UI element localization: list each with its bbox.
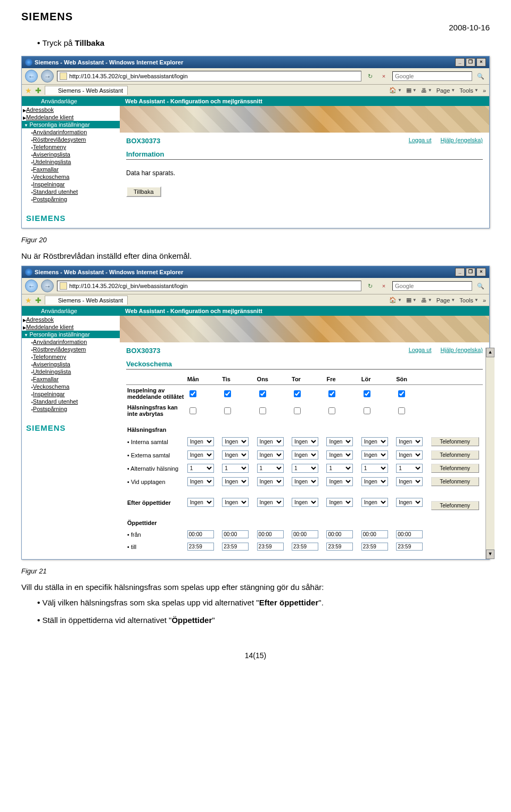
back-button[interactable]: Tillbaka	[126, 186, 161, 197]
chevron-right-icon[interactable]: »	[483, 87, 486, 94]
select-greeting[interactable]: Ingen	[396, 450, 423, 460]
select-greeting[interactable]: 1	[361, 464, 388, 473]
help-link[interactable]: Hjälp (engelska)	[441, 347, 483, 353]
sidebar-sub[interactable]: Användarinformation	[23, 338, 120, 346]
select-greeting[interactable]: Ingen	[222, 477, 249, 486]
sidebar-sub[interactable]: Telefonmeny	[23, 353, 120, 360]
select-greeting[interactable]: Ingen	[222, 450, 249, 460]
time-input[interactable]	[326, 530, 353, 538]
sidebar-item-meddelande[interactable]: Meddelande klient	[23, 113, 120, 121]
refresh-icon[interactable]: ↻	[365, 71, 375, 81]
checkbox[interactable]	[189, 407, 196, 414]
select-greeting[interactable]: 1	[326, 464, 353, 473]
phone-menu-button[interactable]: Telefonmeny	[431, 437, 479, 446]
select-greeting[interactable]: 1	[222, 464, 249, 473]
select-greeting[interactable]: Ingen	[396, 498, 423, 507]
time-input[interactable]	[292, 543, 318, 551]
url-input[interactable]: http://10.14.35.202/cgi_bin/webassistant…	[57, 71, 361, 81]
phone-menu-button[interactable]: Telefonmeny	[431, 501, 479, 510]
close-button[interactable]: ×	[476, 58, 486, 67]
minimize-button[interactable]: _	[455, 268, 465, 276]
checkbox[interactable]	[398, 390, 405, 397]
home-icon[interactable]: 🏠▼	[389, 87, 402, 94]
checkbox[interactable]	[224, 407, 231, 414]
sidebar-sub[interactable]: Användarinformation	[23, 128, 120, 136]
sidebar-sub[interactable]: Postspårning	[23, 405, 120, 413]
scrollbar[interactable]: ▲ ▼	[485, 348, 494, 559]
select-greeting[interactable]: Ingen	[326, 477, 353, 486]
sidebar-sub[interactable]: Utdelningslista	[23, 158, 120, 166]
select-greeting[interactable]: Ingen	[257, 477, 284, 486]
select-greeting[interactable]: Ingen	[326, 498, 353, 507]
logout-link[interactable]: Logga ut	[409, 347, 432, 353]
checkbox[interactable]	[259, 407, 266, 414]
stop-icon[interactable]: ×	[378, 281, 389, 291]
logout-link[interactable]: Logga ut	[409, 137, 432, 143]
phone-menu-button[interactable]: Telefonmeny	[431, 464, 479, 473]
forward-icon[interactable]: →	[41, 280, 54, 292]
page-menu[interactable]: Page ▼	[436, 297, 456, 304]
search-go-icon[interactable]: 🔍	[475, 71, 486, 81]
search-input[interactable]: Google	[392, 71, 472, 81]
time-input[interactable]	[187, 530, 214, 538]
sidebar-sub[interactable]: Inspelningar	[23, 390, 120, 398]
checkbox[interactable]	[364, 407, 370, 414]
select-greeting[interactable]: Ingen	[187, 437, 214, 446]
time-input[interactable]	[326, 543, 353, 551]
checkbox[interactable]	[224, 390, 231, 397]
search-input[interactable]: Google	[392, 281, 472, 291]
checkbox[interactable]	[294, 407, 301, 414]
select-greeting[interactable]: Ingen	[326, 450, 353, 460]
close-button[interactable]: ×	[476, 268, 486, 276]
select-greeting[interactable]: Ingen	[187, 498, 214, 507]
select-greeting[interactable]: 1	[396, 464, 423, 473]
select-greeting[interactable]: Ingen	[222, 498, 249, 507]
add-favorites-icon[interactable]: ✚	[35, 296, 42, 305]
add-favorites-icon[interactable]: ✚	[35, 86, 42, 95]
select-greeting[interactable]: Ingen	[292, 450, 318, 460]
browser-tab[interactable]: Siemens - Web Assistant	[45, 296, 128, 305]
sidebar-sub[interactable]: Faxmallar	[23, 166, 120, 173]
time-input[interactable]	[222, 530, 249, 538]
sidebar-item-adressbok[interactable]: Adressbok	[23, 316, 120, 323]
select-greeting[interactable]: Ingen	[326, 437, 353, 446]
print-icon[interactable]: 🖶▼	[421, 297, 432, 304]
sidebar-sub[interactable]: Aviseringslista	[23, 360, 120, 368]
sidebar-item-meddelande[interactable]: Meddelande klient	[23, 323, 120, 331]
sidebar-sub[interactable]: Veckoschema	[23, 383, 120, 390]
checkbox[interactable]	[398, 407, 405, 414]
checkbox[interactable]	[328, 407, 335, 414]
checkbox[interactable]	[328, 390, 335, 397]
select-greeting[interactable]: Ingen	[361, 477, 388, 486]
refresh-icon[interactable]: ↻	[365, 281, 375, 291]
scroll-down-icon[interactable]: ▼	[486, 549, 494, 559]
time-input[interactable]	[396, 543, 423, 551]
time-input[interactable]	[187, 543, 214, 551]
select-greeting[interactable]: Ingen	[361, 450, 388, 460]
sidebar-sub[interactable]: Veckoschema	[23, 173, 120, 181]
sidebar-item-personliga[interactable]: Personliga inställningar	[22, 331, 120, 338]
select-greeting[interactable]: Ingen	[292, 498, 318, 507]
forward-icon[interactable]: →	[41, 70, 54, 83]
browser-tab[interactable]: Siemens - Web Assistant	[45, 86, 128, 95]
stop-icon[interactable]: ×	[378, 71, 389, 81]
sidebar-sub[interactable]: Standard utenhet	[23, 188, 120, 195]
time-input[interactable]	[257, 543, 284, 551]
select-greeting[interactable]: 1	[292, 464, 318, 473]
select-greeting[interactable]: Ingen	[396, 477, 423, 486]
time-input[interactable]	[396, 530, 423, 538]
select-greeting[interactable]: 1	[257, 464, 284, 473]
select-greeting[interactable]: Ingen	[257, 498, 284, 507]
sidebar-sub[interactable]: Standard utenhet	[23, 398, 120, 405]
checkbox[interactable]	[259, 390, 266, 397]
restore-button[interactable]: ❐	[466, 268, 475, 276]
home-icon[interactable]: 🏠▼	[389, 297, 402, 304]
feeds-icon[interactable]: ▦▼	[406, 87, 417, 94]
sidebar-item-adressbok[interactable]: Adressbok	[23, 106, 120, 113]
tools-menu[interactable]: Tools ▼	[459, 297, 479, 304]
favorites-icon[interactable]: ★	[25, 86, 32, 95]
select-greeting[interactable]: Ingen	[292, 477, 318, 486]
select-greeting[interactable]: Ingen	[396, 437, 423, 446]
select-greeting[interactable]: Ingen	[222, 437, 249, 446]
select-greeting[interactable]: Ingen	[257, 450, 284, 460]
